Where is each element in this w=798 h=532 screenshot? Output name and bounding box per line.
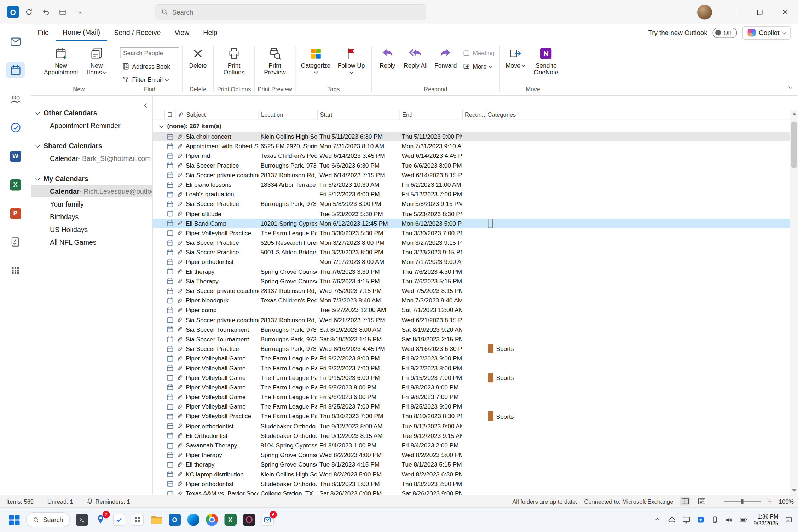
address-book-button[interactable]: Address Book: [120, 60, 179, 72]
appointment-row[interactable]: Sia Soccer Practice Burroughs Park, 973.…: [153, 161, 790, 170]
appointment-row[interactable]: Eli therapy Spring Grove Counse... Tue 8…: [153, 460, 790, 469]
appointment-row[interactable]: Eli therapy Spring Grove Counse... Thu 7…: [153, 267, 790, 276]
zoom-in-button[interactable]: +: [768, 497, 772, 505]
calendar-item-birthdays[interactable]: Birthdays: [31, 210, 152, 223]
tab-help[interactable]: Help: [196, 24, 224, 42]
appointment-row[interactable]: Piper altitude Tue 5/23/2023 5:30 PM Tue…: [153, 209, 790, 218]
account-avatar[interactable]: [697, 5, 712, 19]
appointment-row[interactable]: Savannah Therapy 8104 Spring Cypress ...…: [153, 440, 790, 450]
collapse-folder-pane-button[interactable]: [145, 100, 148, 109]
calendar-item-us-holidays[interactable]: US Holidays: [31, 223, 152, 236]
notification-center-icon[interactable]: [784, 516, 793, 524]
zoom-slider[interactable]: [724, 501, 761, 502]
tray-chevron-up-icon[interactable]: [653, 516, 662, 524]
scrollbar-thumb[interactable]: [791, 122, 797, 168]
group-header-row[interactable]: (none): 267 item(s): [153, 121, 790, 131]
column-header-end[interactable]: End: [400, 110, 462, 120]
battery-icon[interactable]: [739, 516, 748, 524]
reply-button[interactable]: Reply: [375, 44, 400, 69]
tab-view[interactable]: View: [168, 24, 196, 42]
appointment-row[interactable]: Appointment with Robert St... 6525 FM 29…: [153, 141, 790, 151]
new-outlook-toggle[interactable]: Off: [713, 27, 737, 38]
appointment-row[interactable]: Sia Soccer Practice 5205 Research Forest…: [153, 238, 790, 247]
global-search-box[interactable]: [156, 4, 426, 20]
todo-nav-icon[interactable]: [6, 120, 25, 135]
outlook-taskbar-icon[interactable]: O: [168, 513, 181, 527]
appointment-row[interactable]: Sia choir concert Klein Collins High Sc.…: [153, 132, 790, 141]
taskbar-check-app-icon[interactable]: [112, 513, 126, 527]
appointment-row[interactable]: Piper Volleyball Game The Farm League Pa…: [153, 373, 790, 382]
zoom-slider-knob[interactable]: [741, 498, 744, 504]
appointment-row[interactable]: Texas A&M vs. Baylor Socce... College St…: [153, 488, 790, 495]
scroll-up-arrow[interactable]: [790, 110, 798, 118]
forward-button[interactable]: Forward: [431, 44, 460, 69]
taskbar-pin-icon[interactable]: 2: [93, 513, 107, 527]
calendar-item-appointment-reminder[interactable]: Appointment Reminder: [31, 119, 152, 132]
appointment-row[interactable]: Leah's graduation Fri 5/12/2023 6:00 PM …: [153, 190, 790, 199]
appointment-row[interactable]: Piper orthodontist Studebaker Orthodo...…: [153, 479, 790, 488]
appointment-row[interactable]: Sia Soccer Tournament Burroughs Park, 97…: [153, 334, 790, 344]
appointment-row[interactable]: Piper camp Tue 6/27/2023 12:00 AM Sat 7/…: [153, 305, 790, 315]
appointment-row[interactable]: Piper Volleyball Game The Farm League Pa…: [153, 402, 790, 411]
follow-up-button[interactable]: Follow Up: [334, 44, 369, 76]
delete-button[interactable]: Delete: [185, 44, 211, 69]
calendar-item-all-nfl-games[interactable]: All NFL Games: [31, 236, 152, 248]
column-header-attachment[interactable]: [175, 110, 184, 120]
search-people-input[interactable]: [120, 47, 179, 59]
appointment-row[interactable]: Piper orthodontist Mon 7/17/2023 8:00 AM…: [153, 257, 790, 267]
copilot-button[interactable]: Copilot: [742, 26, 791, 40]
appointment-row[interactable]: KC laptop distribution Klein Collins Hig…: [153, 469, 790, 479]
print-options-button[interactable]: Print Options: [216, 44, 251, 76]
reading-view-button[interactable]: [697, 497, 706, 505]
appointment-row[interactable]: Piper Volleyball Practice The Farm Leagu…: [153, 228, 790, 238]
tab-home-mail[interactable]: Home (Mail): [56, 24, 107, 42]
group-collapse-icon[interactable]: [159, 123, 164, 128]
column-header-item-type[interactable]: [164, 110, 175, 120]
tab-file[interactable]: File: [31, 24, 56, 42]
mail-nav-icon[interactable]: [6, 34, 25, 50]
people-nav-icon[interactable]: [6, 91, 25, 107]
search-input[interactable]: [172, 8, 420, 16]
taskbar-search[interactable]: Search: [26, 512, 70, 528]
appointment-row[interactable]: Sia Therapy Spring Grove Counse... Thu 7…: [153, 276, 790, 286]
scroll-down-arrow[interactable]: [790, 487, 798, 495]
send-receive-icon[interactable]: [24, 8, 33, 16]
categorize-button[interactable]: Categorize: [298, 44, 333, 76]
volume-icon[interactable]: [725, 516, 733, 524]
appointment-row[interactable]: Piper Volleyball Game The Farm League Pa…: [153, 353, 790, 363]
appointment-row[interactable]: Sia Soccer Tournament Burroughs Park, 97…: [153, 325, 790, 334]
calendar-item-shared-calendar[interactable]: Calendar - Bark_St@hotmail.com: [31, 152, 152, 164]
column-header-categories[interactable]: Categories: [485, 110, 790, 120]
new-appointment-button[interactable]: New Appointment: [44, 44, 79, 76]
appointment-row[interactable]: Sia Soccer Practice 5001 S Alden Bridge …: [153, 247, 790, 257]
start-button[interactable]: [7, 513, 21, 527]
appointment-row[interactable]: Piper md Texas Children's Pedi... Wed 6/…: [153, 151, 790, 161]
appointment-row[interactable]: Piper Volleyball Game The Farm League Pa…: [153, 392, 790, 402]
word-nav-icon[interactable]: W: [6, 148, 25, 164]
new-items-button[interactable]: New Items: [79, 44, 114, 76]
section-my-calendars[interactable]: My Calendars: [31, 172, 152, 185]
column-header-start[interactable]: Start: [317, 110, 400, 120]
taskbar-grid-app-icon[interactable]: [131, 513, 144, 527]
more-respond-button[interactable]: More: [461, 60, 497, 72]
chrome-icon[interactable]: [205, 513, 219, 527]
appointment-row[interactable]: Eli piano lessons 18334 Arbor Terrace ..…: [153, 180, 790, 189]
appointment-row[interactable]: Eli Orthodontist Studebaker Orthodo... T…: [153, 431, 790, 440]
mail-taskbar-icon[interactable]: 6: [261, 513, 274, 527]
send-to-onenote-button[interactable]: N Send to OneNote: [528, 44, 563, 76]
minimize-button[interactable]: [722, 0, 747, 24]
appointment-row[interactable]: Sia Soccer private coaching 28137 Robins…: [153, 286, 790, 296]
vertical-scrollbar[interactable]: [790, 110, 798, 495]
column-header-subject[interactable]: Subject: [184, 110, 259, 120]
section-shared-calendars[interactable]: Shared Calendars: [31, 139, 152, 152]
column-header-location[interactable]: Location: [259, 110, 318, 120]
close-button[interactable]: ✕: [773, 0, 798, 24]
tasks-nav-icon[interactable]: [6, 234, 25, 250]
print-preview-button[interactable]: Print Preview: [258, 44, 293, 76]
meeting-button[interactable]: Meeting: [461, 47, 497, 59]
reply-all-button[interactable]: Reply All: [401, 44, 431, 69]
appointment-row[interactable]: Sia Soccer private coaching 28137 Robins…: [153, 315, 790, 324]
appointment-row[interactable]: Piper orthodontist Studebaker Orthodo...…: [153, 421, 790, 430]
appointment-row[interactable]: Piper Volleyball Practice The Farm Leagu…: [153, 411, 790, 421]
appointment-row[interactable]: Sia Soccer Practice Burroughs Park, 973.…: [153, 199, 790, 209]
